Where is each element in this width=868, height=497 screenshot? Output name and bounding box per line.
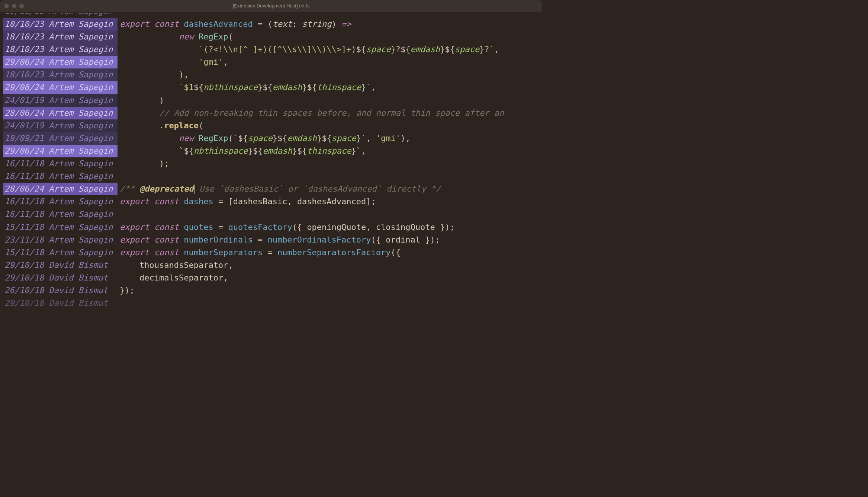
code-line[interactable]: 15/11/18 Artem Sapeginexport const quote… [3,221,539,234]
code-line[interactable]: 26/10/18 David Bismut}); [3,284,539,297]
code-content[interactable]: decimalsSeparator, [118,272,539,284]
code-line[interactable]: 29/10/18 David Bismut thousandsSeparator… [3,259,539,272]
blame-annotation[interactable]: 29/10/18 David Bismut [3,272,118,284]
code-content[interactable]: new RegExp(`${space}${emdash}${space}`, … [118,132,539,145]
blame-annotation[interactable]: 24/01/19 Artem Sapegin [3,119,118,132]
blame-annotation[interactable]: 10/10/23 Artem Sapegin [3,18,118,31]
code-line[interactable]: 18/10/23 Artem Sapegin ), [3,68,539,81]
code-line[interactable]: 29/06/24 Artem Sapegin `${nbthinspace}${… [3,145,539,157]
code-content[interactable]: ), [118,68,539,81]
code-content[interactable] [118,170,539,183]
blame-annotation[interactable]: 26/10/18 David Bismut [3,284,118,297]
blame-annotation[interactable]: 29/10/18 David Bismut [3,297,118,310]
blame-annotation: 10/11/18 Artem Sapegin [3,13,118,18]
code-line[interactable]: 29/10/18 David Bismut [3,297,539,310]
code-content[interactable]: `$1${nbthinspace}${emdash}${thinspace}`, [118,81,539,94]
close-button[interactable] [4,4,9,8]
code-content[interactable]: `${nbthinspace}${emdash}${thinspace}`, [118,145,539,157]
clipped-line: 10/11/18 Artem Sapegin [3,13,539,18]
blame-annotation[interactable]: 24/01/19 Artem Sapegin [3,94,118,107]
blame-annotation[interactable]: 18/10/23 Artem Sapegin [3,31,118,43]
code-line[interactable]: 18/10/23 Artem Sapegin `(?<!\\n[^ ]+)([^… [3,43,539,56]
blame-annotation[interactable]: 16/11/18 Artem Sapegin [3,208,118,221]
code-content[interactable]: ) [118,94,539,107]
blame-annotation[interactable]: 16/11/18 Artem Sapegin [3,195,118,208]
code-line[interactable]: 16/11/18 Artem Sapegin [3,208,539,221]
code-content[interactable]: }); [118,284,539,297]
code-line[interactable]: 10/10/23 Artem Sapeginexport const dashe… [3,18,539,31]
blame-annotation[interactable]: 18/10/23 Artem Sapegin [3,68,118,81]
blame-annotation[interactable]: 29/06/24 Artem Sapegin [3,81,118,94]
code-content[interactable]: /** @deprecated Use `dashesBasic` or `da… [118,183,539,195]
maximize-button[interactable] [19,4,24,8]
code-line[interactable]: 16/11/18 Artem Sapegin [3,170,539,183]
blame-annotation[interactable]: 28/06/24 Artem Sapegin [3,107,118,119]
code-line[interactable]: 16/11/18 Artem Sapeginexport const dashe… [3,195,539,208]
code-line[interactable]: 23/11/18 Artem Sapeginexport const numbe… [3,234,539,246]
code-content[interactable]: thousandsSeparator, [118,259,539,272]
code-line[interactable]: 28/06/24 Artem Sapegin/** @deprecated Us… [3,183,539,195]
blame-annotation[interactable]: 28/06/24 Artem Sapegin [3,183,118,195]
code-content[interactable]: export const quotes = quotesFactory({ op… [118,221,539,234]
blame-annotation[interactable]: 23/11/18 Artem Sapegin [3,234,118,246]
code-content[interactable]: `(?<!\\n[^ ]+)([^\\s\\]\\)\\>]+)${space}… [118,43,539,56]
code-line[interactable]: 19/09/21 Artem Sapegin new RegExp(`${spa… [3,132,539,145]
code-line[interactable]: 24/01/19 Artem Sapegin ) [3,94,539,107]
blame-annotation[interactable]: 29/06/24 Artem Sapegin [3,56,118,68]
blame-annotation[interactable]: 15/11/18 Artem Sapegin [3,246,118,259]
minimize-button[interactable] [12,4,16,8]
code-line[interactable]: 24/01/19 Artem Sapegin .replace( [3,119,539,132]
code-content[interactable]: new RegExp( [118,31,539,43]
blame-annotation[interactable]: 19/09/21 Artem Sapegin [3,132,118,145]
blame-annotation[interactable]: 16/11/18 Artem Sapegin [3,170,118,183]
code-content[interactable]: .replace( [118,119,539,132]
code-line[interactable]: 29/06/24 Artem Sapegin `$1${nbthinspace}… [3,81,539,94]
code-content[interactable]: export const numberSeparators = numberSe… [118,246,539,259]
traffic-lights [4,4,24,8]
code-content[interactable]: export const dashes = [dashesBasic, dash… [118,195,539,208]
editor[interactable]: 10/11/18 Artem Sapegin 10/10/23 Artem Sa… [0,12,542,310]
code-content[interactable]: ); [118,157,539,170]
code-content[interactable]: export const numberOrdinals = numberOrdi… [118,234,539,246]
code-line[interactable]: 28/06/24 Artem Sapegin // Add non-breaki… [3,107,539,119]
code-line[interactable]: 29/10/18 David Bismut decimalsSeparator, [3,272,539,284]
window-title: [Extension Development Host] en.ts [233,2,310,10]
titlebar: [Extension Development Host] en.ts [0,0,542,12]
code-content[interactable]: 'gmi', [118,56,539,68]
blame-annotation[interactable]: 18/10/23 Artem Sapegin [3,43,118,56]
code-line[interactable]: 16/11/18 Artem Sapegin ); [3,157,539,170]
blame-annotation[interactable]: 16/11/18 Artem Sapegin [3,157,118,170]
code-content[interactable] [118,297,539,310]
code-content[interactable] [118,208,539,221]
blame-annotation[interactable]: 29/06/24 Artem Sapegin [3,145,118,157]
code-line[interactable]: 29/06/24 Artem Sapegin 'gmi', [3,56,539,68]
blame-annotation[interactable]: 15/11/18 Artem Sapegin [3,221,118,234]
code-line[interactable]: 15/11/18 Artem Sapeginexport const numbe… [3,246,539,259]
code-content[interactable]: export const dashesAdvanced = (text: str… [118,18,539,31]
code-line[interactable]: 18/10/23 Artem Sapegin new RegExp( [3,31,539,43]
blame-annotation[interactable]: 29/10/18 David Bismut [3,259,118,272]
code-content[interactable]: // Add non-breaking thin spaces before, … [118,107,539,119]
